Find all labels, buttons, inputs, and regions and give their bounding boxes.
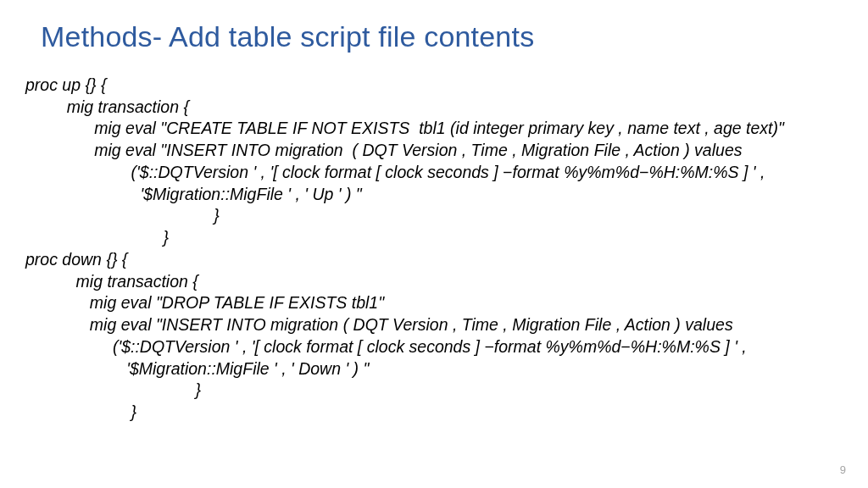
code-line: proc down {} { (25, 249, 843, 271)
code-line: ('$::DQTVersion ' , '[ clock format [ cl… (25, 336, 843, 358)
code-line: } (25, 205, 843, 227)
page-number: 9 (840, 463, 846, 476)
code-line: mig eval "CREATE TABLE IF NOT EXISTS tbl… (25, 118, 843, 140)
code-line: mig eval "INSERT INTO migration ( DQT Ve… (25, 314, 843, 336)
code-line: mig transaction { (25, 271, 843, 293)
code-line: mig transaction { (25, 97, 843, 119)
code-line: '$Migration::MigFile ' , ' Up ' ) " (25, 184, 843, 206)
code-line: '$Migration::MigFile ' , ' Down ' ) " (25, 358, 843, 380)
code-line: mig eval "INSERT INTO migration ( DQT Ve… (25, 140, 843, 162)
code-line: ('$::DQTVersion ' , '[ clock format [ cl… (25, 162, 843, 184)
code-line: } (25, 380, 843, 402)
code-line: } (25, 402, 843, 424)
code-line: proc up {} { (25, 75, 843, 97)
slide-title: Methods- Add table script file contents (41, 20, 534, 53)
code-line: mig eval "DROP TABLE IF EXISTS tbl1" (25, 292, 843, 314)
code-block: proc up {} { mig transaction { mig eval … (25, 75, 843, 424)
code-line: } (25, 227, 843, 249)
